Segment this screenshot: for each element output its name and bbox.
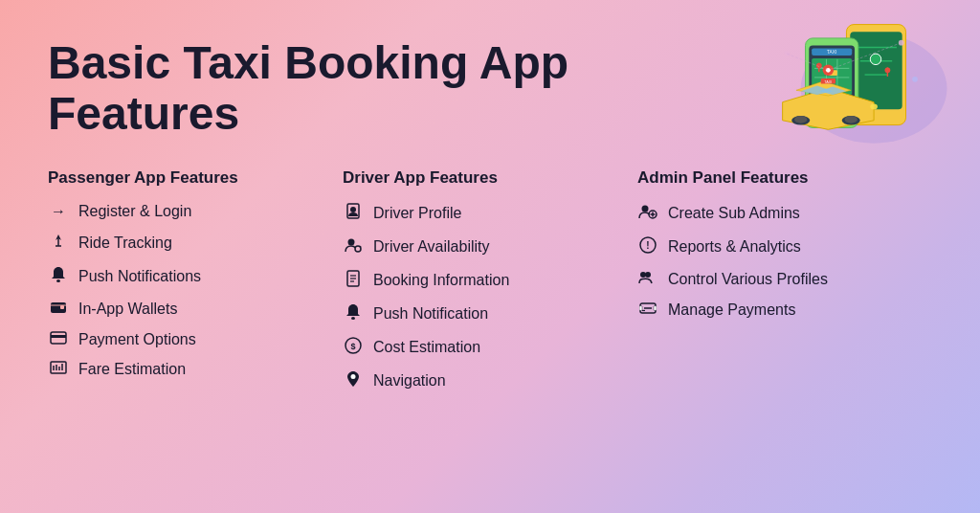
ride-tracking-icon — [48, 233, 69, 254]
svg-text:TAXI: TAXI — [827, 50, 836, 55]
booking-info-icon — [343, 270, 364, 291]
list-item: Create Sub Admins — [637, 203, 913, 224]
svg-point-55 — [348, 238, 355, 245]
cost-estimation-icon: $ — [343, 337, 364, 358]
list-item: $ Cost Estimation — [343, 337, 618, 358]
svg-point-66 — [642, 205, 649, 212]
list-item: → Register & Login — [48, 203, 323, 220]
list-item: Control Various Profiles — [637, 270, 913, 289]
svg-point-35 — [785, 51, 791, 56]
main-title: Basic Taxi Booking App Features — [48, 38, 574, 140]
passenger-column: Passenger App Features → Register & Logi… — [48, 168, 343, 404]
features-grid: Passenger App Features → Register & Logi… — [48, 168, 932, 404]
feature-label: Booking Information — [373, 272, 509, 289]
feature-label: In-App Wallets — [78, 301, 177, 318]
feature-label: Payment Options — [78, 331, 196, 348]
list-item: In-App Wallets — [48, 300, 323, 319]
navigation-icon — [343, 370, 364, 391]
list-item: Navigation — [343, 370, 618, 391]
control-profiles-icon — [637, 270, 658, 289]
create-sub-admins-icon — [637, 203, 658, 224]
svg-point-73 — [645, 272, 651, 278]
feature-label: Driver Availability — [373, 238, 490, 256]
feature-label: Driver Profile — [373, 205, 461, 222]
passenger-column-title: Passenger App Features — [48, 168, 323, 188]
driver-availability-icon — [343, 236, 364, 257]
svg-rect-44 — [60, 305, 64, 309]
svg-point-37 — [912, 77, 918, 82]
feature-label: Control Various Profiles — [668, 271, 828, 288]
admin-column: Admin Panel Features Create Sub Admins — [637, 168, 932, 404]
svg-point-6 — [870, 54, 880, 64]
feature-label: Create Sub Admins — [668, 205, 800, 222]
fare-icon — [48, 361, 69, 378]
feature-label: Push Notifications — [78, 268, 201, 285]
list-item: Push Notification — [343, 303, 618, 324]
list-item: ! Reports & Analytics — [637, 236, 913, 257]
admin-column-title: Admin Panel Features — [637, 168, 913, 188]
svg-text:!: ! — [646, 240, 649, 251]
list-item: Push Notifications — [48, 266, 323, 287]
feature-label: Ride Tracking — [78, 234, 172, 252]
svg-text:$: $ — [350, 342, 355, 351]
driver-profile-icon — [343, 203, 364, 224]
push-notifications-icon — [48, 266, 69, 287]
driver-column-title: Driver App Features — [343, 168, 618, 188]
svg-text:TAXI: TAXI — [824, 80, 832, 84]
feature-label: Manage Payments — [668, 301, 795, 319]
svg-point-26 — [794, 116, 807, 123]
push-notification-driver-icon — [343, 303, 364, 324]
svg-point-28 — [845, 116, 858, 123]
svg-rect-78 — [654, 305, 657, 310]
list-item: Booking Information — [343, 270, 618, 291]
svg-point-36 — [899, 40, 904, 46]
svg-point-65 — [351, 374, 356, 379]
reports-analytics-icon: ! — [637, 236, 658, 257]
svg-point-42 — [56, 279, 60, 282]
list-item: Fare Estimation — [48, 361, 323, 378]
list-item: Driver Profile — [343, 203, 618, 224]
svg-line-57 — [360, 246, 361, 248]
feature-label: Register & Login — [78, 203, 191, 220]
wallet-icon — [48, 300, 69, 319]
list-item: Manage Payments — [637, 301, 913, 319]
svg-point-54 — [350, 207, 356, 212]
feature-label: Push Notification — [373, 305, 488, 323]
list-item: Ride Tracking — [48, 233, 323, 254]
manage-payments-icon — [637, 301, 658, 319]
taxi-illustration: TAXI — [755, 14, 956, 158]
svg-rect-47 — [51, 335, 66, 338]
svg-rect-77 — [639, 305, 642, 310]
feature-label: Navigation — [373, 372, 446, 390]
login-icon: → — [48, 203, 69, 220]
driver-column: Driver App Features Driver Profile — [343, 168, 637, 404]
feature-label: Reports & Analytics — [668, 238, 801, 256]
main-container: TAXI — [0, 0, 980, 513]
illustration-area: TAXI — [755, 14, 956, 158]
feature-label: Fare Estimation — [78, 361, 186, 378]
svg-point-31 — [870, 104, 878, 110]
list-item: Driver Availability — [343, 236, 618, 257]
svg-point-62 — [351, 317, 355, 320]
payment-icon — [48, 331, 69, 348]
feature-label: Cost Estimation — [373, 339, 480, 356]
list-item: Payment Options — [48, 331, 323, 348]
